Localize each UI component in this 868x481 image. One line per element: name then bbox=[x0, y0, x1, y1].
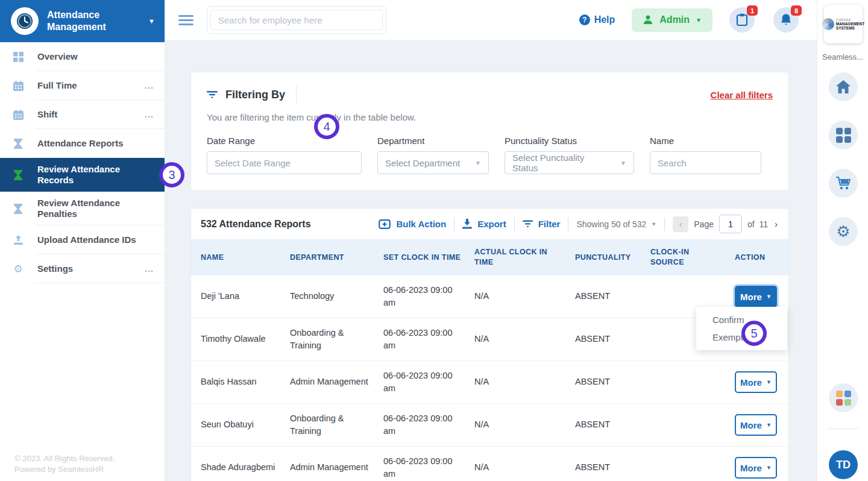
sidebar-item-review-attendance-penalties[interactable]: Review Attendance Penalties bbox=[0, 192, 165, 225]
notifications-button[interactable]: 8 bbox=[773, 7, 799, 33]
sidebar-item-label: Review Attendance Records bbox=[37, 164, 154, 186]
calendar-icon bbox=[12, 81, 24, 91]
filter-panel-subtitle: You are filtering the item currently in … bbox=[207, 112, 773, 122]
marketplace-nav-button[interactable] bbox=[829, 169, 858, 198]
date-range-input[interactable] bbox=[207, 151, 362, 174]
submenu-dots-icon[interactable]: ... bbox=[145, 264, 154, 274]
previous-page-button[interactable]: ‹ bbox=[673, 216, 688, 232]
cell-department: Technology bbox=[290, 290, 383, 303]
employee-search-wrapper bbox=[207, 6, 386, 34]
hamburger-menu-icon[interactable] bbox=[178, 15, 193, 25]
chevron-down-icon: ▼ bbox=[766, 422, 772, 428]
app-name-truncated: Seamless... bbox=[817, 52, 868, 61]
tasks-button[interactable]: 1 bbox=[729, 7, 755, 33]
table-title: 532 Attendance Reports bbox=[201, 219, 311, 230]
help-link[interactable]: ? Help bbox=[579, 14, 615, 25]
main-content: Filtering By Clear all filters You are f… bbox=[165, 40, 817, 481]
admin-settings-nav-button[interactable]: ⚙ bbox=[829, 217, 858, 246]
sidebar-item-attendance-reports[interactable]: Attendance Reports bbox=[0, 129, 165, 158]
filter-panel: Filtering By Clear all filters You are f… bbox=[190, 72, 789, 191]
name-filter-input[interactable] bbox=[650, 151, 761, 174]
cell-name: Deji 'Lana bbox=[201, 290, 290, 303]
cell-set-clock-in: 06-06-2023 09:00 am bbox=[383, 455, 474, 480]
department-select[interactable]: Select Department ▼ bbox=[377, 151, 489, 174]
sidebar-item-label: Full Time bbox=[37, 80, 131, 91]
pagination: ‹ Page of 11 › bbox=[673, 215, 779, 233]
employee-search-input[interactable] bbox=[210, 10, 383, 30]
app-title: Attendance Management bbox=[47, 9, 140, 33]
filter-icon bbox=[523, 220, 533, 228]
colored-grid-icon bbox=[836, 391, 851, 406]
sidebar-item-upload-attendance-ids[interactable]: Upload Attendance IDs bbox=[0, 225, 165, 254]
dropdown-item-confirm[interactable]: Confirm bbox=[696, 311, 787, 329]
divider bbox=[454, 218, 454, 231]
sidebar-item-label: Shift bbox=[37, 109, 131, 120]
page-of-label: of 11 bbox=[747, 219, 768, 229]
sidebar-item-shift[interactable]: Shift ... bbox=[0, 100, 165, 129]
notifications-badge: 8 bbox=[791, 5, 802, 16]
column-header-clock-in-source[interactable]: CLOCK-IN SOURCE bbox=[650, 247, 735, 268]
punctuality-status-select[interactable]: Select Punctuality Status ▼ bbox=[505, 151, 634, 174]
cell-set-clock-in: 06-06-2023 09:00 am bbox=[383, 327, 474, 352]
cart-icon bbox=[835, 176, 851, 190]
question-circle-icon: ? bbox=[579, 14, 590, 25]
hourglass-icon bbox=[12, 204, 24, 214]
more-actions-button[interactable]: More▼ bbox=[735, 286, 777, 307]
sidebar-item-overview[interactable]: Overview bbox=[0, 42, 165, 71]
column-header-name[interactable]: NAME bbox=[201, 253, 290, 263]
annotation-circle-4: 4 bbox=[314, 114, 339, 139]
sidebar-item-full-time[interactable]: Full Time ... bbox=[0, 71, 165, 100]
table-row: Balqis Hassan Admin Management 06-06-202… bbox=[191, 361, 788, 404]
home-icon bbox=[836, 80, 851, 93]
sidebar-footer: © 2023. All Rights Reserved. Powered by … bbox=[14, 453, 115, 475]
left-sidebar: Attendance Management ▼ Overview Full Ti… bbox=[0, 0, 165, 481]
table-row: Shade Aduragbemi Admin Management 06-06-… bbox=[191, 447, 788, 481]
chevron-down-icon: ▼ bbox=[651, 221, 656, 227]
cell-set-clock-in: 06-06-2023 09:00 am bbox=[383, 284, 474, 309]
cell-name: Seun Obatuyi bbox=[201, 418, 290, 431]
home-nav-button[interactable] bbox=[829, 72, 858, 101]
app-launcher-button[interactable] bbox=[829, 383, 858, 412]
export-label: Export bbox=[477, 219, 506, 229]
column-header-punctuality[interactable]: PUNCTUALITY bbox=[575, 253, 650, 263]
submenu-dots-icon[interactable]: ... bbox=[145, 81, 154, 90]
cell-actual-clock-in: N/A bbox=[474, 333, 575, 345]
sidebar-item-settings[interactable]: ⚙ Settings ... bbox=[0, 254, 165, 283]
next-page-button[interactable]: › bbox=[773, 219, 779, 229]
table-header-row: NAME DEPARTMENT SET CLOCK IN TIME ACTUAL… bbox=[191, 239, 788, 275]
chevron-down-icon: ▼ bbox=[766, 379, 772, 385]
app-header[interactable]: Attendance Management ▼ bbox=[0, 0, 165, 42]
top-bar: ? Help Admin ▼ 1 8 bbox=[165, 0, 817, 40]
cell-punctuality: ABSENT bbox=[575, 461, 650, 474]
column-header-action[interactable]: ACTION bbox=[735, 253, 788, 263]
showing-count-dropdown[interactable]: Showing 50 of 532 ▼ bbox=[576, 219, 656, 229]
column-header-department[interactable]: DEPARTMENT bbox=[290, 253, 383, 263]
table-row: Seun Obatuyi Onboarding & Training 06-06… bbox=[191, 404, 788, 447]
cell-punctuality: ABSENT bbox=[575, 333, 650, 345]
corona-swirl-icon bbox=[822, 18, 834, 30]
more-actions-button[interactable]: More▼ bbox=[735, 414, 777, 436]
page-number-input[interactable] bbox=[719, 215, 742, 233]
admin-menu-button[interactable]: Admin ▼ bbox=[632, 8, 712, 32]
submenu-dots-icon[interactable]: ... bbox=[145, 110, 154, 119]
name-filter-label: Name bbox=[650, 136, 761, 146]
more-actions-button[interactable]: More▼ bbox=[735, 371, 777, 393]
corona-logo[interactable]: CORONA MANAGEMENT SYSTEMS bbox=[824, 5, 863, 43]
app-switcher-caret-icon[interactable]: ▼ bbox=[148, 17, 155, 25]
export-button[interactable]: Export bbox=[462, 219, 506, 229]
more-actions-button[interactable]: More▼ bbox=[735, 457, 777, 479]
sidebar-item-review-attendance-records[interactable]: Review Attendance Records bbox=[0, 158, 165, 192]
column-header-set-clock-in[interactable]: SET CLOCK IN TIME bbox=[383, 253, 474, 263]
clear-all-filters-link[interactable]: Clear all filters bbox=[711, 90, 773, 100]
chevron-down-icon: ▼ bbox=[620, 160, 626, 166]
user-avatar[interactable]: TD bbox=[829, 450, 858, 479]
column-header-actual-clock-in[interactable]: ACTUAL CLOCK IN TIME bbox=[474, 247, 575, 268]
cell-set-clock-in: 06-06-2023 09:00 am bbox=[383, 412, 474, 438]
apps-nav-button[interactable] bbox=[829, 121, 858, 149]
punctuality-status-label: Punctuality Status bbox=[505, 136, 634, 146]
table-filter-button[interactable]: Filter bbox=[523, 219, 561, 229]
cell-punctuality: ABSENT bbox=[575, 290, 650, 303]
cell-name: Balqis Hassan bbox=[201, 376, 290, 388]
bulk-action-button[interactable]: Bulk Action bbox=[379, 219, 446, 229]
chevron-down-icon: ▼ bbox=[475, 160, 481, 166]
